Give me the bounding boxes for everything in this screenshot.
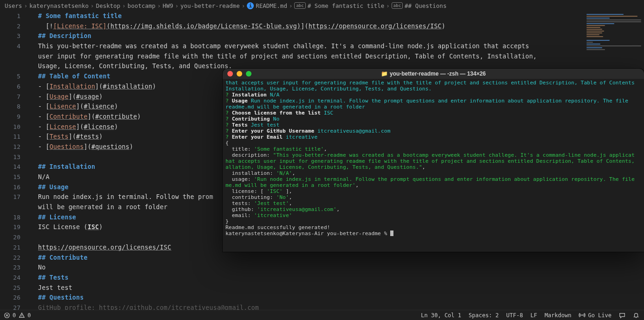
terminal-line: installation: 'N/A',: [225, 170, 641, 176]
folder-icon: 📁: [381, 70, 388, 77]
chevron-right-icon: ›: [89, 2, 96, 9]
symbol-icon: abc: [294, 2, 305, 9]
terminal-line: tests: 'Jest test',: [225, 200, 641, 206]
terminal-line: github: 'itcreativeusa@gmail.com',: [225, 206, 641, 212]
symbol-icon: abc: [392, 2, 403, 9]
code-line[interactable]: [![License: ISC](https://img.shields.io/…: [38, 21, 579, 32]
feedback-icon: [619, 312, 625, 319]
info-icon: i: [247, 2, 254, 9]
svg-point-4: [22, 316, 22, 317]
code-line[interactable]: ## Description: [38, 31, 579, 41]
terminal-line: hat accepts user input for generating re…: [225, 158, 641, 164]
code-line[interactable]: Jest test: [38, 283, 579, 293]
breadcrumb-symbol[interactable]: ## Questions: [405, 2, 446, 9]
terminal-line: ? Enter your Email itcreative: [225, 134, 641, 140]
terminal-line: that accepts user input for generating r…: [225, 80, 641, 86]
chevron-right-icon: ›: [22, 2, 30, 9]
breadcrumb-part[interactable]: Users: [5, 2, 22, 9]
terminal-line: usage: 'Run node index.js in terminal. F…: [225, 176, 641, 182]
code-line[interactable]: # Some fantastic title: [38, 11, 579, 21]
code-line[interactable]: user input for generating readme file wi…: [38, 51, 579, 62]
chevron-right-icon: ›: [120, 2, 128, 9]
terminal-line: readme.md will be generated in a root fo…: [225, 104, 641, 110]
close-window-button[interactable]: [227, 71, 233, 77]
language-mode[interactable]: Markdown: [545, 312, 572, 319]
error-icon: [4, 312, 10, 319]
terminal-line: }: [225, 218, 641, 224]
bell-icon: [633, 312, 639, 319]
terminal-line: ? Usage Run node index.js in terminal. F…: [225, 98, 641, 104]
chevron-right-icon: ›: [155, 2, 163, 9]
code-line[interactable]: GitHub profile: https://github.com/itcre…: [38, 303, 579, 310]
terminal-line: ? Contributing No: [225, 116, 641, 122]
svg-point-5: [582, 314, 583, 316]
terminal-line: Readme.md successfully generated!: [225, 224, 641, 230]
window-controls: [223, 71, 251, 77]
terminal-line: title: 'Some fantastic title',: [225, 146, 641, 152]
terminal-output[interactable]: that accepts user input for generating r…: [223, 79, 644, 237]
problems-warnings[interactable]: 0: [19, 312, 31, 319]
terminal-line: license: [ 'ISC' ],: [225, 188, 641, 194]
terminal-line: ? Enter your GitHub Username itcreativeu…: [225, 128, 641, 134]
status-bar: 0 0 Ln 30, Col 1 Spaces: 2 UTF-8 LF Mark…: [0, 310, 644, 320]
terminal-line: katerynastetsenko@Katerynas-Air you-bett…: [225, 230, 641, 237]
terminal-window[interactable]: 📁you-better-readme — -zsh — 134×26 that …: [223, 69, 644, 252]
indentation[interactable]: Spaces: 2: [469, 312, 499, 319]
terminal-line: ? Tests Jest test: [225, 122, 641, 128]
terminal-title: 📁you-better-readme — -zsh — 134×26: [223, 70, 644, 77]
cursor-position[interactable]: Ln 30, Col 1: [421, 312, 461, 319]
breadcrumb: Users› katerynastetsenko› Desktop› bootc…: [0, 0, 644, 11]
broadcast-icon: [579, 312, 586, 319]
zoom-window-button[interactable]: [246, 71, 251, 77]
breadcrumb-part[interactable]: you-better-readme: [180, 2, 240, 9]
terminal-titlebar[interactable]: 📁you-better-readme — -zsh — 134×26: [223, 69, 644, 79]
terminal-line: email: 'itcreative': [225, 212, 641, 218]
warning-icon: [19, 312, 25, 319]
line-number-gutter: 1234567891011121314151617181920212223242…: [0, 11, 29, 310]
terminal-line: {: [225, 140, 641, 146]
terminal-line: allation, Usage, License, Contributing, …: [225, 164, 641, 170]
breadcrumb-part[interactable]: katerynastetsenko: [29, 2, 89, 9]
eol[interactable]: LF: [530, 312, 537, 319]
terminal-line: description: "This you-better-readme was…: [225, 152, 641, 158]
terminal-line: me.md will be generated in a root folder…: [225, 182, 641, 188]
go-live-button[interactable]: Go Live: [579, 312, 612, 319]
breadcrumb-symbol[interactable]: # Some fantastic title: [308, 2, 385, 9]
breadcrumb-part[interactable]: bootcamp: [128, 2, 155, 9]
terminal-line: ? Choose license from the list ISC: [225, 110, 641, 116]
code-line[interactable]: This you-better-readme was created as a …: [38, 41, 579, 51]
chevron-right-icon: ›: [384, 2, 392, 9]
feedback-button[interactable]: [619, 312, 625, 319]
terminal-line: Installation, Usage, License, Contributi…: [225, 86, 641, 92]
chevron-right-icon: ›: [287, 2, 295, 9]
code-line[interactable]: ## Contribute: [38, 253, 579, 263]
code-line[interactable]: ## Tests: [38, 273, 579, 283]
code-line[interactable]: No: [38, 262, 579, 273]
minimize-window-button[interactable]: [237, 71, 242, 77]
encoding[interactable]: UTF-8: [506, 312, 523, 319]
breadcrumb-part[interactable]: HW9: [163, 2, 174, 9]
breadcrumb-file[interactable]: README.md: [256, 2, 287, 9]
terminal-line: contributing: 'No',: [225, 194, 641, 200]
chevron-right-icon: ›: [240, 2, 247, 9]
breadcrumb-part[interactable]: Desktop: [96, 2, 121, 9]
problems-errors[interactable]: 0: [4, 312, 16, 319]
notifications-button[interactable]: [633, 312, 639, 319]
terminal-line: ? Instalation N/A: [225, 92, 641, 98]
code-line[interactable]: ## Questions: [38, 293, 579, 303]
chevron-right-icon: ›: [173, 2, 180, 9]
